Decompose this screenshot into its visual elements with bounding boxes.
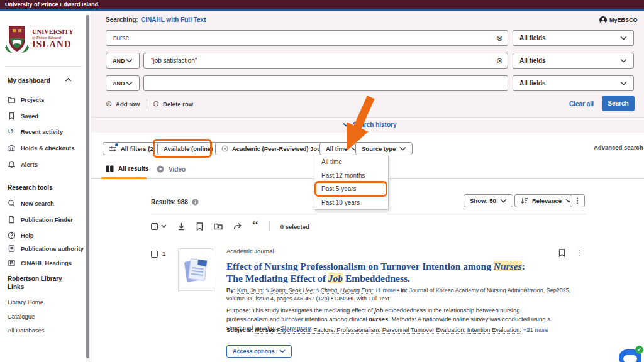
sidebar-item-publications-authority[interactable]: Publications authority [8, 244, 84, 253]
plus-circle-icon: ⊕ [106, 99, 112, 108]
show-per-page-dropdown[interactable]: Show: 50 [464, 194, 513, 207]
select-all-checkbox[interactable] [151, 223, 158, 230]
menu-item-past-5-years[interactable]: Past 5 years [314, 182, 388, 196]
add-to-folder-icon[interactable] [214, 222, 223, 230]
collapse-chevron-icon[interactable] [65, 77, 72, 82]
sidebar: UNIVERSITY of Prince Edward ISLAND My da… [0, 11, 91, 362]
search-input-row1-wrap: ⊗ [106, 30, 508, 46]
select-menu-chevron-icon[interactable] [161, 224, 167, 228]
search-button[interactable]: Search [602, 96, 635, 111]
library-building-icon [8, 144, 16, 152]
bulk-actions-toolbar: “ 0 selected [151, 221, 309, 231]
clear-input-1-icon[interactable]: ⊗ [496, 33, 503, 43]
delete-row-button[interactable]: ⊖ Delete row [153, 99, 193, 108]
menu-item-past-10-years[interactable]: Past 10 years [314, 196, 388, 210]
toolbar-divider [269, 221, 270, 231]
sidebar-item-help[interactable]: Help [8, 231, 34, 239]
sidebar-divider [5, 66, 82, 67]
sidebar-item-cinahl-headings[interactable]: CINAHL Headings [8, 259, 72, 267]
sidebar-item-saved[interactable]: Saved [8, 112, 38, 120]
tab-all-results[interactable]: All results [106, 165, 148, 172]
all-filters-button[interactable]: All filters (2) [103, 142, 162, 155]
library-links-section-title: Robertson Library Links [8, 275, 77, 291]
sidebar-item-publication-finder[interactable]: Publication Finder [8, 216, 73, 224]
chevron-down-icon [399, 146, 406, 151]
sort-dropdown[interactable]: Relevance [514, 194, 579, 207]
chevron-down-icon [126, 58, 133, 63]
subject-link[interactable]: Intention Evaluation; [467, 326, 521, 334]
database-link[interactable]: CINAHL with Full Text [141, 16, 206, 23]
results-count: Results: 988 [151, 199, 199, 206]
bookmark-icon[interactable] [196, 222, 203, 231]
selected-count: 0 selected [280, 223, 309, 230]
dashboard-section-title: My dashboard [8, 77, 50, 84]
sidebar-item-recent-activity[interactable]: ↺ Recent activity [8, 128, 63, 136]
chat-bubble-icon [623, 355, 637, 362]
history-icon: ↺ [8, 128, 16, 136]
more-subjects-link[interactable]: +21 more [523, 326, 548, 333]
myebsco-account[interactable]: MyEBSCO [599, 16, 638, 24]
page: University of Prince Edward Island. UNIV… [0, 0, 644, 362]
share-icon[interactable] [233, 222, 242, 230]
searching-label: Searching: [106, 16, 138, 23]
sidebar-scrollbar-thumb[interactable] [86, 15, 89, 358]
logo-line-3: ISLAND [32, 40, 74, 49]
add-row-button[interactable]: ⊕ Add row [106, 99, 140, 108]
kebab-icon: ⋮ [574, 197, 581, 205]
headings-icon [8, 259, 16, 267]
search-input-2[interactable] [144, 53, 508, 68]
info-icon[interactable] [192, 199, 199, 206]
chat-widget-button[interactable]: ✓ [619, 349, 641, 362]
author-link[interactable]: Jeong, Seok Hee; [270, 287, 315, 294]
field-select-1[interactable]: All fields [513, 30, 634, 46]
field-select-2[interactable]: All fields [513, 53, 634, 69]
record-bookmark-icon[interactable] [558, 249, 565, 257]
sidebar-item-new-search[interactable]: New search [8, 199, 54, 207]
clear-input-2-icon[interactable]: ⊗ [496, 56, 503, 66]
operator-select-2[interactable]: AND [106, 53, 140, 69]
field-select-3[interactable]: All fields [513, 75, 634, 91]
cite-icon[interactable]: “ [252, 222, 258, 230]
chevron-down-icon [500, 199, 507, 203]
subject-link[interactable]: Psychosocial Factors; [277, 326, 335, 334]
sidebar-item-all-databases[interactable]: All Databases [8, 327, 45, 334]
record-thumbnail[interactable] [178, 248, 213, 291]
operator-select-3[interactable]: AND [106, 75, 140, 91]
record-title[interactable]: Effect of Nursing Professionalism on Tur… [226, 260, 527, 284]
chevron-down-icon [126, 81, 133, 85]
more-authors-link[interactable]: +1 more [375, 287, 396, 293]
sidebar-item-holds-checkouts[interactable]: Holds & checkouts [8, 144, 75, 152]
record-byline: By: Kim, Ja In; ✎Jeong, Seok Hee; ✎Chang… [226, 287, 587, 303]
subject-link[interactable]: Nurses [255, 326, 275, 334]
sort-icon [521, 197, 528, 204]
available-online-chip[interactable]: Available (online) [157, 142, 219, 155]
record-checkbox[interactable] [151, 251, 158, 258]
results-overflow-menu[interactable]: ⋮ [570, 194, 585, 207]
author-link[interactable]: Kim, Ja In; [237, 287, 264, 294]
advanced-search-link[interactable]: Advanced search [594, 144, 643, 151]
search-input-1[interactable] [106, 31, 508, 45]
download-icon[interactable] [177, 222, 186, 231]
sidebar-item-alerts[interactable]: Alerts [8, 160, 38, 168]
chevron-down-icon [620, 81, 627, 85]
institution-name: University of Prince Edward Island. [5, 1, 100, 8]
subject-link[interactable]: Personnel Turnover Evaluation; [382, 326, 466, 334]
author-badge-icon: ✎ [265, 288, 270, 293]
upei-logo[interactable]: UNIVERSITY of Prince Edward ISLAND [5, 19, 84, 58]
highlight-term: Job [328, 273, 343, 283]
filters-icon [109, 145, 117, 153]
subject-link[interactable]: Professionalism; [336, 326, 380, 334]
sidebar-item-projects[interactable]: Projects [8, 96, 45, 104]
sidebar-item-library-home[interactable]: Library Home [8, 299, 43, 305]
search-input-3[interactable] [144, 76, 508, 90]
menu-item-past-12-months[interactable]: Past 12 months [314, 169, 388, 183]
search-icon [8, 199, 16, 207]
author-link[interactable]: Chang, Hyoung Eun; [321, 287, 374, 294]
tab-video[interactable]: Video [157, 165, 186, 173]
access-options-button[interactable]: Access options [226, 345, 292, 358]
record-overflow-icon[interactable]: ⋮ [575, 248, 583, 257]
sidebar-item-catalogue[interactable]: Catalogue [8, 313, 35, 320]
clear-all-link[interactable]: Clear all [569, 101, 594, 107]
chevron-down-icon [620, 58, 627, 63]
search-input-row3-wrap [143, 75, 508, 91]
